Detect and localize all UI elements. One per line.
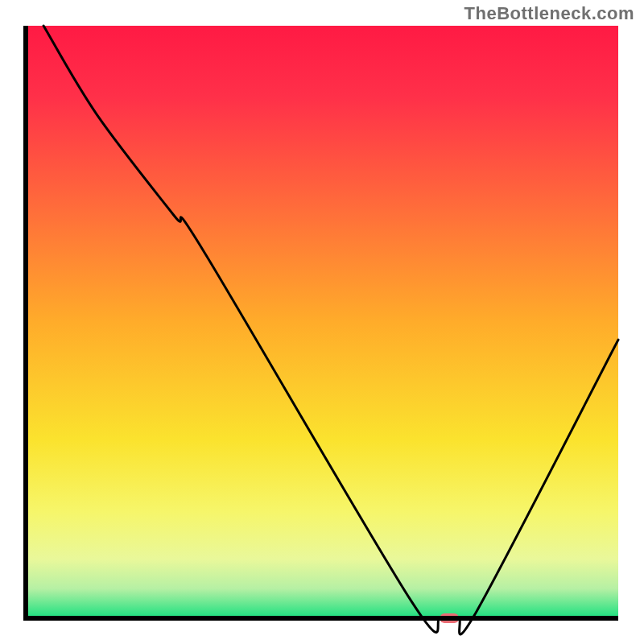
plot-background [26, 26, 618, 618]
watermark-label: TheBottleneck.com [464, 3, 634, 24]
bottleneck-chart: TheBottleneck.com [0, 0, 644, 644]
chart-canvas [0, 0, 644, 644]
